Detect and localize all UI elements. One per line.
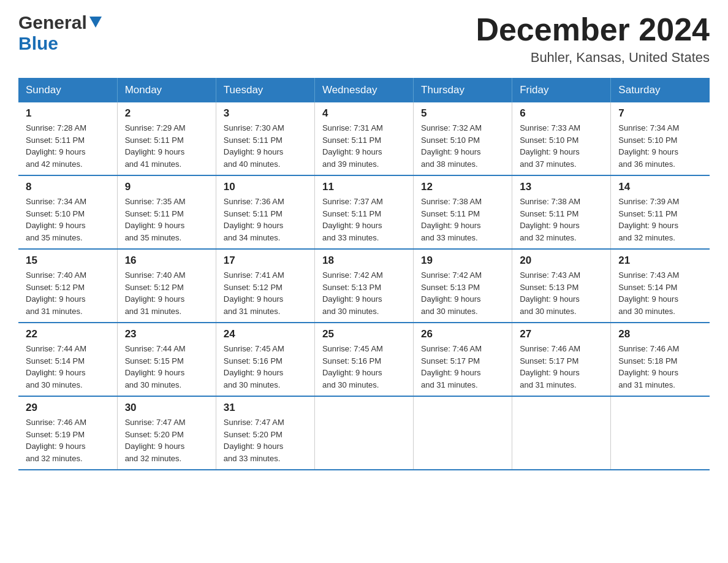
day-number: 15 xyxy=(26,255,110,267)
day-info: Sunrise: 7:34 AMSunset: 5:10 PMDaylight:… xyxy=(26,196,110,243)
calendar-day-cell: 5 Sunrise: 7:32 AMSunset: 5:10 PMDayligh… xyxy=(414,102,512,175)
day-info: Sunrise: 7:42 AMSunset: 5:13 PMDaylight:… xyxy=(421,269,504,317)
calendar-day-cell: 11 Sunrise: 7:37 AMSunset: 5:11 PMDaylig… xyxy=(314,175,413,249)
day-number: 7 xyxy=(618,107,702,120)
header-saturday: Saturday xyxy=(611,78,710,102)
day-info: Sunrise: 7:28 AMSunset: 5:11 PMDaylight:… xyxy=(26,122,110,170)
calendar-day-cell: 21 Sunrise: 7:43 AMSunset: 5:14 PMDaylig… xyxy=(611,249,710,323)
calendar-day-cell: 7 Sunrise: 7:34 AMSunset: 5:10 PMDayligh… xyxy=(611,102,710,175)
day-number: 21 xyxy=(618,255,702,267)
day-info: Sunrise: 7:32 AMSunset: 5:10 PMDaylight:… xyxy=(421,122,504,170)
calendar-day-cell: 16 Sunrise: 7:40 AMSunset: 5:12 PMDaylig… xyxy=(117,249,216,323)
calendar-day-cell: 31 Sunrise: 7:47 AMSunset: 5:20 PMDaylig… xyxy=(216,396,314,470)
day-number: 11 xyxy=(322,181,406,193)
day-info: Sunrise: 7:30 AMSunset: 5:11 PMDaylight:… xyxy=(224,122,307,170)
day-info: Sunrise: 7:36 AMSunset: 5:11 PMDaylight:… xyxy=(224,196,307,243)
header-tuesday: Tuesday xyxy=(216,78,314,102)
day-number: 20 xyxy=(520,255,603,267)
calendar-week-row: 29 Sunrise: 7:46 AMSunset: 5:19 PMDaylig… xyxy=(18,396,710,470)
day-number: 22 xyxy=(26,328,110,340)
day-info: Sunrise: 7:34 AMSunset: 5:10 PMDaylight:… xyxy=(618,122,702,170)
day-info: Sunrise: 7:45 AMSunset: 5:16 PMDaylight:… xyxy=(322,343,406,391)
day-number: 17 xyxy=(224,255,307,267)
calendar-week-row: 22 Sunrise: 7:44 AMSunset: 5:14 PMDaylig… xyxy=(18,323,710,396)
day-info: Sunrise: 7:31 AMSunset: 5:11 PMDaylight:… xyxy=(322,122,406,170)
calendar-day-cell: 25 Sunrise: 7:45 AMSunset: 5:16 PMDaylig… xyxy=(314,323,413,396)
day-info: Sunrise: 7:39 AMSunset: 5:11 PMDaylight:… xyxy=(618,196,702,243)
calendar-day-cell: 27 Sunrise: 7:46 AMSunset: 5:17 PMDaylig… xyxy=(512,323,611,396)
calendar-day-cell: 12 Sunrise: 7:38 AMSunset: 5:11 PMDaylig… xyxy=(414,175,512,249)
day-info: Sunrise: 7:47 AMSunset: 5:20 PMDaylight:… xyxy=(125,416,208,464)
calendar-day-cell: 24 Sunrise: 7:45 AMSunset: 5:16 PMDaylig… xyxy=(216,323,314,396)
day-number: 26 xyxy=(421,328,504,340)
calendar-table: SundayMondayTuesdayWednesdayThursdayFrid… xyxy=(18,78,710,470)
calendar-day-cell: 30 Sunrise: 7:47 AMSunset: 5:20 PMDaylig… xyxy=(117,396,216,470)
header-wednesday: Wednesday xyxy=(314,78,413,102)
calendar-day-cell: 19 Sunrise: 7:42 AMSunset: 5:13 PMDaylig… xyxy=(414,249,512,323)
day-info: Sunrise: 7:47 AMSunset: 5:20 PMDaylight:… xyxy=(224,416,307,464)
header-sunday: Sunday xyxy=(18,78,117,102)
calendar-day-cell: 28 Sunrise: 7:46 AMSunset: 5:18 PMDaylig… xyxy=(611,323,710,396)
calendar-day-cell: 13 Sunrise: 7:38 AMSunset: 5:11 PMDaylig… xyxy=(512,175,611,249)
calendar-day-cell: 23 Sunrise: 7:44 AMSunset: 5:15 PMDaylig… xyxy=(117,323,216,396)
logo: General Blue xyxy=(18,12,102,54)
day-info: Sunrise: 7:33 AMSunset: 5:10 PMDaylight:… xyxy=(520,122,603,170)
empty-cell xyxy=(314,396,413,470)
svg-marker-0 xyxy=(89,17,102,28)
day-number: 30 xyxy=(125,402,208,414)
calendar-week-row: 1 Sunrise: 7:28 AMSunset: 5:11 PMDayligh… xyxy=(18,102,710,175)
calendar-day-cell: 9 Sunrise: 7:35 AMSunset: 5:11 PMDayligh… xyxy=(117,175,216,249)
calendar-day-cell: 1 Sunrise: 7:28 AMSunset: 5:11 PMDayligh… xyxy=(18,102,117,175)
day-number: 29 xyxy=(26,402,110,414)
day-info: Sunrise: 7:29 AMSunset: 5:11 PMDaylight:… xyxy=(125,122,208,170)
day-number: 8 xyxy=(26,181,110,193)
calendar-day-cell: 14 Sunrise: 7:39 AMSunset: 5:11 PMDaylig… xyxy=(611,175,710,249)
day-info: Sunrise: 7:43 AMSunset: 5:14 PMDaylight:… xyxy=(618,269,702,317)
day-number: 27 xyxy=(520,328,603,340)
day-number: 14 xyxy=(618,181,702,193)
day-info: Sunrise: 7:46 AMSunset: 5:18 PMDaylight:… xyxy=(618,343,702,391)
calendar-day-cell: 22 Sunrise: 7:44 AMSunset: 5:14 PMDaylig… xyxy=(18,323,117,396)
day-info: Sunrise: 7:43 AMSunset: 5:13 PMDaylight:… xyxy=(520,269,603,317)
day-info: Sunrise: 7:38 AMSunset: 5:11 PMDaylight:… xyxy=(421,196,504,243)
day-number: 10 xyxy=(224,181,307,193)
calendar-day-cell: 29 Sunrise: 7:46 AMSunset: 5:19 PMDaylig… xyxy=(18,396,117,470)
calendar-day-cell: 6 Sunrise: 7:33 AMSunset: 5:10 PMDayligh… xyxy=(512,102,611,175)
day-info: Sunrise: 7:42 AMSunset: 5:13 PMDaylight:… xyxy=(322,269,406,317)
day-number: 16 xyxy=(125,255,208,267)
day-number: 12 xyxy=(421,181,504,193)
day-number: 9 xyxy=(125,181,208,193)
calendar-day-cell: 15 Sunrise: 7:40 AMSunset: 5:12 PMDaylig… xyxy=(18,249,117,323)
day-number: 1 xyxy=(26,107,110,120)
empty-cell xyxy=(512,396,611,470)
day-number: 23 xyxy=(125,328,208,340)
logo-blue-text: Blue xyxy=(18,33,58,53)
calendar-week-row: 15 Sunrise: 7:40 AMSunset: 5:12 PMDaylig… xyxy=(18,249,710,323)
calendar-day-cell: 18 Sunrise: 7:42 AMSunset: 5:13 PMDaylig… xyxy=(314,249,413,323)
day-info: Sunrise: 7:40 AMSunset: 5:12 PMDaylight:… xyxy=(26,269,110,317)
calendar-day-cell: 20 Sunrise: 7:43 AMSunset: 5:13 PMDaylig… xyxy=(512,249,611,323)
header-thursday: Thursday xyxy=(414,78,512,102)
day-number: 28 xyxy=(618,328,702,340)
day-number: 13 xyxy=(520,181,603,193)
day-info: Sunrise: 7:44 AMSunset: 5:15 PMDaylight:… xyxy=(125,343,208,391)
page-header: General Blue December 2024 Buhler, Kansa… xyxy=(18,12,710,66)
day-number: 4 xyxy=(322,107,406,120)
day-info: Sunrise: 7:38 AMSunset: 5:11 PMDaylight:… xyxy=(520,196,603,243)
calendar-day-cell: 10 Sunrise: 7:36 AMSunset: 5:11 PMDaylig… xyxy=(216,175,314,249)
logo-triangle-icon xyxy=(89,17,102,30)
day-info: Sunrise: 7:46 AMSunset: 5:19 PMDaylight:… xyxy=(26,416,110,464)
day-info: Sunrise: 7:40 AMSunset: 5:12 PMDaylight:… xyxy=(125,269,208,317)
day-info: Sunrise: 7:41 AMSunset: 5:12 PMDaylight:… xyxy=(224,269,307,317)
calendar-day-cell: 8 Sunrise: 7:34 AMSunset: 5:10 PMDayligh… xyxy=(18,175,117,249)
calendar-day-cell: 3 Sunrise: 7:30 AMSunset: 5:11 PMDayligh… xyxy=(216,102,314,175)
header-monday: Monday xyxy=(117,78,216,102)
month-title: December 2024 xyxy=(476,12,710,47)
calendar-header-row: SundayMondayTuesdayWednesdayThursdayFrid… xyxy=(18,78,710,102)
day-number: 3 xyxy=(224,107,307,120)
day-number: 24 xyxy=(224,328,307,340)
calendar-day-cell: 17 Sunrise: 7:41 AMSunset: 5:12 PMDaylig… xyxy=(216,249,314,323)
day-info: Sunrise: 7:46 AMSunset: 5:17 PMDaylight:… xyxy=(520,343,603,391)
calendar-day-cell: 26 Sunrise: 7:46 AMSunset: 5:17 PMDaylig… xyxy=(414,323,512,396)
empty-cell xyxy=(414,396,512,470)
